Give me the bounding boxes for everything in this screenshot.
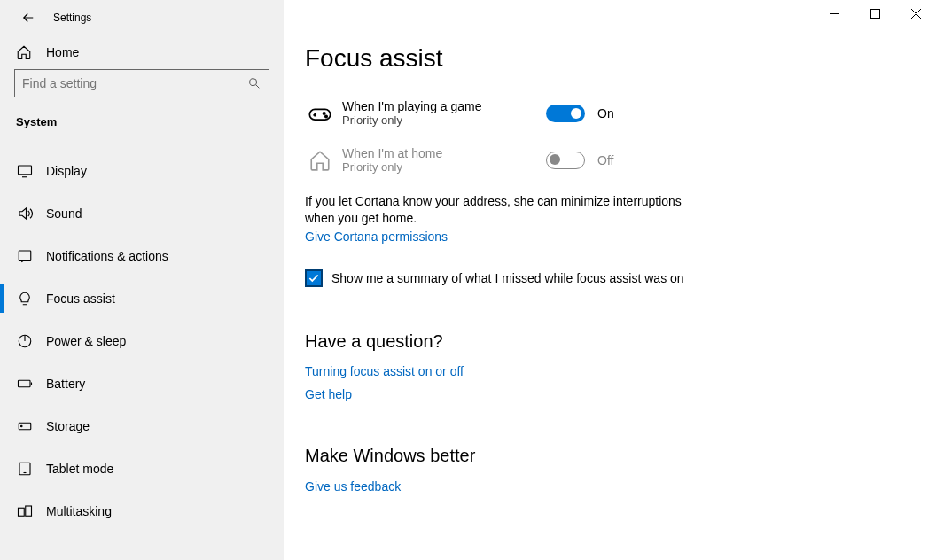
- section-label: System: [0, 110, 284, 137]
- home-icon: [16, 44, 32, 60]
- focus-assist-icon: [16, 291, 34, 307]
- svg-rect-9: [26, 506, 32, 516]
- tablet-icon: [16, 461, 34, 477]
- cortana-permissions-link[interactable]: Give Cortana permissions: [305, 229, 448, 244]
- storage-icon: [16, 418, 34, 434]
- arrow-left-icon: [20, 10, 36, 26]
- titlebar: Settings: [0, 0, 284, 35]
- svg-rect-8: [19, 508, 25, 516]
- multitasking-icon: [16, 503, 34, 519]
- link-feedback[interactable]: Give us feedback: [305, 479, 401, 494]
- rule-game-sub: Priority only: [342, 113, 537, 127]
- power-icon: [16, 333, 34, 349]
- nav-item-label: Storage: [46, 419, 90, 433]
- nav-item-label: Tablet mode: [46, 462, 113, 476]
- summary-checkbox-label: Show me a summary of what I missed while…: [332, 271, 684, 285]
- nav-item-label: Sound: [46, 206, 82, 221]
- question-heading: Have a question?: [305, 331, 915, 352]
- minimize-button[interactable]: [814, 0, 854, 27]
- svg-point-6: [21, 425, 23, 427]
- nav-item-label: Display: [46, 164, 87, 178]
- minimize-icon: [830, 9, 839, 19]
- search-input[interactable]: [22, 76, 247, 90]
- sound-icon: [16, 206, 34, 222]
- app-title: Settings: [53, 12, 91, 24]
- svg-rect-10: [870, 9, 879, 18]
- battery-icon: [16, 376, 34, 392]
- toggle-game[interactable]: [546, 105, 585, 122]
- rule-home-sub: Priority only: [342, 160, 537, 174]
- page-title: Focus assist: [305, 44, 915, 73]
- svg-point-12: [324, 112, 325, 113]
- svg-rect-4: [19, 380, 31, 387]
- nav-focus-assist[interactable]: Focus assist: [0, 277, 284, 320]
- nav-item-label: Multitasking: [46, 504, 112, 518]
- back-button[interactable]: [14, 4, 43, 32]
- svg-point-0: [250, 79, 257, 86]
- gamepad-icon: [305, 101, 335, 126]
- sidebar: Settings Home System Display Sound: [0, 0, 284, 560]
- rule-home: When I'm at home Priority only Off: [305, 146, 915, 174]
- nav-battery[interactable]: Battery: [0, 362, 284, 405]
- nav-notifications[interactable]: Notifications & actions: [0, 235, 284, 277]
- nav-item-label: Notifications & actions: [46, 249, 168, 263]
- summary-checkbox-row: Show me a summary of what I missed while…: [305, 269, 915, 287]
- nav-home-label: Home: [46, 45, 79, 59]
- feedback-heading: Make Windows better: [305, 446, 915, 466]
- rule-game: When I'm playing a game Priority only On: [305, 99, 915, 127]
- rule-home-title: When I'm at home: [342, 146, 537, 160]
- rule-game-title: When I'm playing a game: [342, 99, 537, 113]
- maximize-button[interactable]: [854, 0, 895, 27]
- nav-display[interactable]: Display: [0, 150, 284, 192]
- nav-item-label: Focus assist: [46, 292, 115, 306]
- svg-rect-2: [19, 251, 31, 261]
- toggle-home: [546, 152, 585, 169]
- nav-storage[interactable]: Storage: [0, 405, 284, 447]
- search-box[interactable]: [14, 69, 269, 97]
- nav-home[interactable]: Home: [0, 35, 284, 69]
- nav-item-label: Battery: [46, 377, 85, 391]
- nav-power-sleep[interactable]: Power & sleep: [0, 320, 284, 362]
- link-get-help[interactable]: Get help: [305, 387, 915, 401]
- content-area: Focus assist When I'm playing a game Pri…: [284, 0, 936, 560]
- svg-rect-1: [19, 166, 32, 175]
- nav-tablet-mode[interactable]: Tablet mode: [0, 447, 284, 490]
- nav-item-label: Power & sleep: [46, 334, 126, 348]
- link-focus-help[interactable]: Turning focus assist on or off: [305, 364, 915, 378]
- search-icon: [247, 76, 261, 90]
- nav-list: Display Sound Notifications & actions Fo…: [0, 150, 284, 533]
- toggle-game-label: On: [597, 106, 614, 121]
- display-icon: [16, 163, 34, 179]
- home-rule-icon: [305, 149, 335, 172]
- nav-multitasking[interactable]: Multitasking: [0, 490, 284, 533]
- close-icon: [911, 9, 921, 19]
- close-button[interactable]: [895, 0, 936, 27]
- maximize-icon: [870, 9, 880, 19]
- notifications-icon: [16, 248, 34, 264]
- svg-point-13: [325, 115, 327, 117]
- cortana-hint: If you let Cortana know your address, sh…: [305, 193, 686, 227]
- check-icon: [308, 272, 320, 284]
- window-controls: [814, 0, 936, 27]
- svg-rect-11: [309, 109, 330, 120]
- nav-sound[interactable]: Sound: [0, 192, 284, 235]
- summary-checkbox[interactable]: [305, 269, 323, 287]
- toggle-home-label: Off: [597, 153, 613, 167]
